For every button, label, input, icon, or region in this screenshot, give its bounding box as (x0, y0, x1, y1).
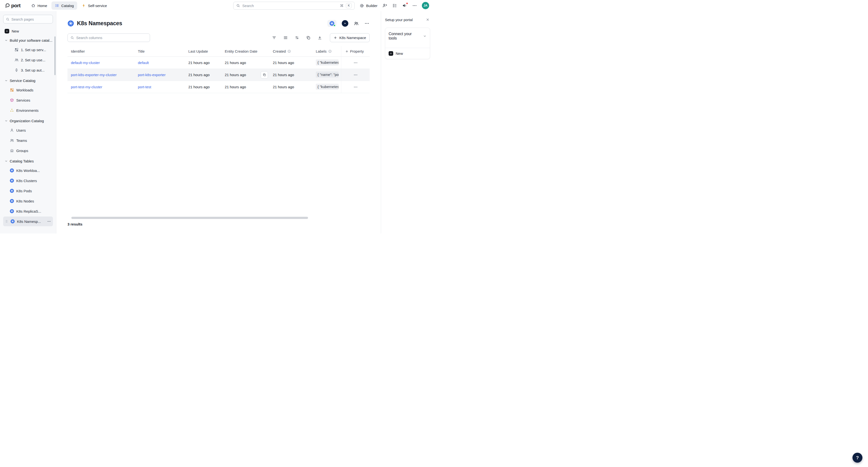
add-property-button[interactable]: Property (341, 46, 370, 57)
column-header-title[interactable]: Title (135, 49, 186, 53)
sidebar-item-k8s-namespaces[interactable]: K8s Namesp... (3, 216, 53, 226)
group-label: Build your software catal... (10, 38, 53, 42)
connect-tools-toggle[interactable]: Connect your tools (385, 28, 430, 48)
sidebar-item-teams[interactable]: Teams (3, 136, 53, 145)
sort-button[interactable] (294, 35, 300, 40)
download-icon (317, 35, 322, 40)
search-icon (6, 18, 9, 21)
user-avatar[interactable]: JA (422, 2, 429, 9)
plus-icon (345, 50, 348, 53)
cell-title[interactable]: port-k8s-exporter (135, 73, 186, 77)
column-header-labels[interactable]: Labels (313, 49, 341, 53)
row-menu-button[interactable] (352, 60, 359, 65)
cell-title[interactable]: port-test (135, 85, 186, 89)
close-panel-button[interactable] (426, 18, 430, 22)
table-header-row: Identifier Title Last Update Entity Crea… (67, 46, 370, 57)
nav-item-self-service[interactable]: Self-service (78, 1, 110, 10)
blocks-icon (14, 47, 19, 52)
info-icon (328, 49, 332, 53)
notification-dot (406, 2, 408, 5)
row-menu-button[interactable] (352, 72, 359, 77)
search-columns[interactable] (67, 33, 150, 42)
more-icon (353, 61, 358, 65)
sidebar-group-build-catalog[interactable]: Build your software catal... (3, 36, 53, 45)
nav-item-label: Catalog (61, 4, 74, 8)
copy-icon (306, 35, 311, 40)
row-menu-button[interactable] (352, 85, 359, 90)
group-by-button[interactable] (283, 35, 288, 40)
sidebar-item-setup-users[interactable]: 2. Set up use... (3, 55, 53, 65)
sidebar-item-workloads[interactable]: Workloads (3, 85, 53, 95)
sidebar-item-users[interactable]: Users (3, 125, 53, 135)
item-label: K8s ReplicaS... (16, 209, 51, 213)
sidebar-new-button[interactable]: New (3, 28, 53, 35)
search-columns-input[interactable] (76, 36, 147, 40)
sidebar-group-service-catalog[interactable]: Service Catalog (3, 76, 53, 85)
global-search[interactable]: K (233, 2, 354, 10)
panel-title: Setup your portal (385, 18, 413, 22)
sidebar-item-k8s-clusters[interactable]: K8s Clusters (3, 176, 53, 186)
plus-icon (389, 51, 393, 56)
data-source-status-button[interactable] (328, 20, 336, 27)
builder-label: Builder (366, 4, 377, 8)
sidebar: New Build your software catal... 1. Set … (0, 11, 56, 234)
sidebar-item-k8s-nodes[interactable]: K8s Nodes (3, 196, 53, 206)
sidebar-item-k8s-replicasets[interactable]: K8s ReplicaS... (3, 206, 53, 216)
item-label: Workloads (16, 88, 51, 92)
cell-last-update: 21 hours ago (186, 85, 222, 89)
item-label: K8s Workloa... (16, 169, 51, 173)
cell-identifier[interactable]: port-test-my-cluster (67, 85, 135, 89)
k8s-icon (10, 178, 14, 183)
sidebar-group-organization-catalog[interactable]: Organization Catalog (3, 116, 53, 125)
builder-button[interactable]: Builder (360, 3, 377, 8)
cell-labels: { "kubernetes... (313, 84, 341, 91)
item-label: Users (16, 128, 51, 132)
sidebar-item-environments[interactable]: Environments (3, 105, 53, 115)
column-header-entity-creation-date[interactable]: Entity Creation Date (222, 49, 270, 53)
sidebar-item-groups[interactable]: Groups (3, 146, 53, 156)
item-label: Teams (16, 138, 51, 142)
nav-item-catalog[interactable]: Catalog (52, 1, 77, 10)
column-header-identifier[interactable]: Identifier (67, 49, 135, 53)
toolbar-icons (272, 35, 322, 40)
port-logo[interactable]: port (5, 3, 21, 8)
export-button[interactable] (317, 35, 322, 40)
cell-identifier[interactable]: port-k8s-exporter-my-cluster (67, 73, 135, 77)
filter-button[interactable] (272, 35, 277, 40)
copy-value-button[interactable] (261, 71, 268, 78)
cell-entity-creation-date: 21 hours ago (222, 61, 270, 65)
copy-table-button[interactable] (306, 35, 311, 40)
checklist-button[interactable] (392, 3, 397, 8)
sidebar-item-k8s-workloads[interactable]: K8s Workloa... (3, 166, 53, 175)
cell-last-update: 21 hours ago (186, 61, 222, 65)
column-header-last-update[interactable]: Last Update (186, 49, 222, 53)
sidebar-search[interactable] (3, 15, 53, 24)
announcements-button[interactable] (402, 3, 407, 8)
sidebar-item-setup-automations[interactable]: 3. Set up aut... (3, 65, 53, 75)
page-menu-button[interactable] (364, 21, 370, 26)
item-label: 3. Set up aut... (21, 68, 51, 72)
nav-item-home[interactable]: Home (28, 1, 51, 10)
invite-users-button[interactable] (382, 3, 388, 8)
play-icon (343, 22, 347, 25)
sidebar-group-catalog-tables[interactable]: Catalog Tables (3, 156, 53, 166)
sidebar-item-k8s-pods[interactable]: K8s Pods (3, 186, 53, 196)
item-label: Services (16, 98, 51, 102)
sidebar-item-services[interactable]: Services (3, 95, 53, 105)
play-tour-button[interactable] (342, 20, 348, 27)
sidebar-scrollbar[interactable] (54, 36, 56, 75)
sidebar-item-setup-services[interactable]: 1. Set up serv... (3, 45, 53, 55)
group-by-icon (283, 35, 288, 40)
global-search-input[interactable] (242, 4, 338, 8)
drag-handle-icon[interactable] (5, 220, 8, 223)
more-menu-button[interactable] (412, 3, 417, 8)
sidebar-search-input[interactable] (11, 17, 50, 21)
add-k8s-namespace-button[interactable]: K8s Namespace (330, 33, 370, 42)
cell-title[interactable]: default (135, 61, 186, 65)
cell-identifier[interactable]: default-my-cluster (67, 61, 135, 65)
item-menu-icon[interactable] (47, 220, 51, 223)
panel-new-button[interactable]: New (385, 48, 430, 59)
column-header-created[interactable]: Created (270, 49, 313, 53)
horizontal-scrollbar[interactable] (71, 217, 308, 219)
audience-button[interactable] (354, 21, 359, 26)
